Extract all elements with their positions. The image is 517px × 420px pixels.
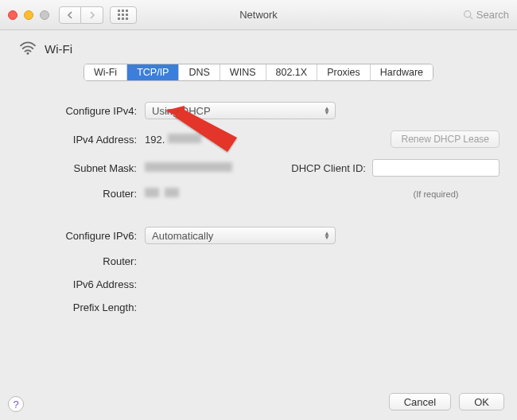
ok-button[interactable]: OK	[459, 393, 504, 410]
chevron-up-down-icon: ▲▼	[324, 107, 330, 115]
configure-ipv4-select[interactable]: Using DHCP ▲▼	[145, 102, 336, 119]
ipv6-router-label: Router:	[17, 255, 137, 267]
search-icon	[463, 10, 473, 20]
tab-tcpip[interactable]: TCP/IP	[127, 64, 179, 80]
footer-buttons: Cancel OK	[389, 393, 504, 410]
dhcp-clientid-label: DHCP Client ID:	[291, 162, 366, 174]
tabs: Wi-Fi TCP/IP DNS WINS 802.1X Proxies Har…	[17, 64, 500, 81]
chevron-up-down-icon: ▲▼	[324, 231, 330, 239]
ipv4-address-value: 192.	[145, 134, 201, 146]
pane-body: Wi-Fi Wi-Fi TCP/IP DNS WINS 802.1X Proxi…	[0, 30, 517, 420]
wifi-title: Wi-Fi	[45, 42, 72, 56]
chevron-right-icon	[89, 11, 95, 19]
wifi-icon	[19, 41, 37, 56]
close-icon[interactable]	[8, 10, 17, 20]
zoom-icon	[40, 10, 49, 20]
search-field[interactable]: Search	[463, 9, 509, 21]
cancel-button[interactable]: Cancel	[389, 393, 451, 410]
prefix-length-label: Prefix Length:	[17, 301, 137, 313]
configure-ipv6-label: Configure IPv6:	[17, 230, 137, 242]
network-preferences-window: Network Search Wi-Fi Wi-Fi TCP/IP DNS WI…	[0, 0, 517, 420]
dhcp-clientid-input[interactable]	[372, 159, 500, 177]
nav-buttons	[59, 6, 103, 24]
configure-ipv4-label: Configure IPv4:	[17, 105, 137, 117]
show-all-button[interactable]	[110, 6, 137, 24]
back-button[interactable]	[59, 6, 81, 24]
help-button[interactable]: ?	[8, 396, 24, 412]
tab-dns[interactable]: DNS	[179, 64, 220, 80]
tab-wifi[interactable]: Wi-Fi	[84, 64, 127, 80]
configure-ipv6-value: Automatically	[152, 230, 213, 242]
forward-button[interactable]	[81, 6, 103, 24]
minimize-icon[interactable]	[24, 10, 33, 20]
renew-dhcp-lease-button[interactable]: Renew DHCP Lease	[391, 130, 500, 148]
tab-strip: Wi-Fi TCP/IP DNS WINS 802.1X Proxies Har…	[84, 64, 433, 81]
wifi-header: Wi-Fi	[19, 41, 500, 56]
if-required-note: (If required)	[372, 189, 500, 199]
tab-8021x[interactable]: 802.1X	[266, 64, 318, 80]
ipv4-router-label: Router:	[17, 188, 137, 200]
configure-ipv6-select[interactable]: Automatically ▲▼	[145, 227, 336, 244]
chevron-left-icon	[67, 11, 73, 19]
tcpip-form: Configure IPv4: Using DHCP ▲▼ IPv4 Addre…	[17, 102, 500, 313]
window-controls	[8, 10, 49, 20]
tab-hardware[interactable]: Hardware	[371, 64, 433, 80]
tab-wins[interactable]: WINS	[220, 64, 266, 80]
ipv4-address-label: IPv4 Address:	[17, 134, 137, 146]
search-placeholder: Search	[476, 9, 509, 21]
ipv4-router-value	[145, 188, 179, 200]
grid-icon	[118, 10, 129, 21]
svg-point-0	[464, 11, 470, 18]
subnet-mask-label: Subnet Mask:	[17, 162, 137, 174]
configure-ipv4-value: Using DHCP	[152, 105, 211, 117]
tab-proxies[interactable]: Proxies	[317, 64, 371, 80]
titlebar: Network Search	[0, 0, 517, 30]
svg-point-2	[27, 52, 29, 55]
subnet-mask-value	[145, 162, 232, 174]
svg-line-1	[470, 17, 472, 19]
ipv6-address-label: IPv6 Address:	[17, 278, 137, 290]
